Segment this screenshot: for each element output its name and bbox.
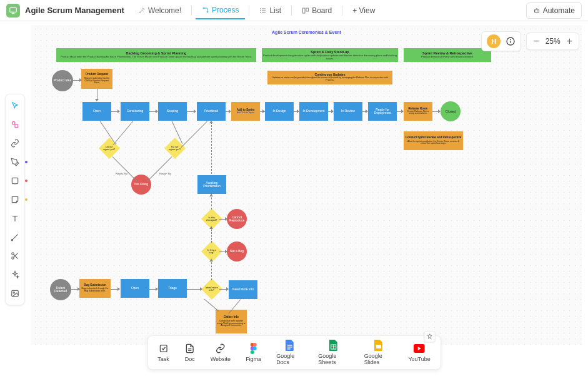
tab-add-view[interactable]: + View [346, 3, 381, 19]
tool-connector[interactable] [7, 230, 22, 245]
avatar[interactable]: H [487, 34, 501, 48]
arrow-head-icon [366, 109, 368, 113]
header-sprint[interactable]: Sprint & Daily Stand-up Product developm… [262, 48, 398, 62]
link-icon [215, 343, 226, 354]
tool-link[interactable] [7, 136, 22, 151]
arrow-head-icon [297, 109, 299, 113]
node-open[interactable]: Open [82, 102, 111, 121]
svg-rect-40 [287, 345, 292, 346]
tab-list[interactable]: List [253, 3, 287, 19]
bottom-item-task[interactable]: Task [157, 343, 169, 362]
tool-pen[interactable] [7, 155, 22, 170]
automate-button[interactable]: Automate [526, 3, 582, 19]
tool-ai[interactable] [7, 267, 22, 282]
svg-rect-12 [306, 8, 309, 11]
bottom-label: Doc [185, 356, 195, 362]
node-product-idea[interactable]: Product Idea [52, 70, 73, 91]
tool-note[interactable] [7, 192, 22, 207]
tool-text[interactable] [7, 211, 22, 226]
node-sub: Updates on status can be provided throug… [269, 77, 391, 82]
bottom-item-website[interactable]: Website [211, 343, 231, 362]
node-in-review[interactable]: In Review [334, 102, 362, 121]
node-product-request[interactable]: Product Request Request submitted via th… [81, 69, 112, 89]
bottom-item-figma[interactable]: Figma [246, 343, 261, 362]
node-prioritized[interactable]: Prioritized [197, 102, 226, 121]
arrow-head-icon [95, 99, 99, 101]
decision-label: Is this a bug? [206, 249, 218, 255]
zoom-out-button[interactable]: − [533, 36, 539, 47]
arrow-head-icon [77, 287, 80, 291]
tool-shapes[interactable] [7, 117, 22, 132]
svg-point-26 [12, 253, 14, 255]
node-add-to-sprint[interactable]: Add to Sprint Add Task to Sprint [231, 102, 260, 121]
node-gather-info[interactable]: Gather Info Collaborate with reporter us… [216, 310, 247, 333]
arrow-head-icon [117, 287, 120, 291]
bottom-item-gslides[interactable]: Google Slides [364, 340, 394, 365]
node-ready-for-deployment[interactable]: Ready for Deployment [368, 102, 397, 121]
node-triage[interactable]: Triage [158, 279, 187, 298]
list-icon [259, 7, 267, 14]
tab-label: Welcome! [148, 6, 181, 15]
arrow [211, 122, 212, 174]
task-icon [158, 343, 169, 354]
node-sub: Add Task to Sprint [237, 112, 254, 114]
node-closed[interactable]: Closed [441, 101, 461, 121]
tab-label: Board [312, 6, 332, 15]
node-release-notes[interactable]: Release Notes Create Release Notes using… [404, 102, 432, 121]
node-sub: Request submitted via the ClickUp Produc… [82, 76, 111, 85]
bottom-item-doc[interactable]: Doc [184, 343, 196, 362]
node-cannot-reproduce[interactable]: Cannot Reproduce [227, 209, 247, 229]
node-continuous-updates[interactable]: Continuous Updates Updates on status can… [267, 71, 392, 84]
zoom-in-button[interactable]: + [567, 36, 572, 47]
arrow-head-icon [156, 287, 158, 291]
node-bug-submission[interactable]: Bug Submission Bugs submitted through th… [79, 279, 111, 298]
tab-welcome[interactable]: Welcome! [132, 3, 187, 19]
node-considering[interactable]: Considering [121, 102, 149, 121]
separator [249, 6, 249, 16]
tool-image[interactable] [7, 286, 22, 301]
svg-point-4 [207, 11, 208, 13]
arrow-head-icon [194, 109, 196, 113]
app-title: Agile Scrum Management [25, 6, 124, 15]
node-in-design[interactable]: In Design [265, 102, 294, 121]
header-review[interactable]: Sprint Review & Retrospective Product de… [404, 48, 491, 62]
node-defect-detected[interactable]: Defect Detected [50, 279, 71, 300]
header-sub: Product Ideas enter the Product Backlog … [61, 55, 252, 58]
avatar-group: H [481, 31, 521, 51]
header-backlog[interactable]: Backlog Grooming & Sprint Planning Produ… [56, 48, 256, 62]
arrow-head-icon [209, 259, 213, 262]
node-conduct-review[interactable]: Conduct Sprint Review and Retrospective … [404, 131, 463, 150]
tool-rect[interactable] [7, 173, 22, 188]
node-need-more-info[interactable]: Need More Info [229, 280, 257, 299]
svg-point-15 [537, 11, 538, 11]
tab-process[interactable]: Process [196, 2, 245, 19]
bottom-label: YouTube [408, 356, 430, 362]
tool-scissors[interactable] [7, 248, 22, 263]
bottom-item-youtube[interactable]: YouTube [408, 343, 430, 362]
zoom-control: − 25% + [526, 33, 579, 50]
node-sub: After the sprint completes, the Scrum Te… [405, 140, 462, 146]
node-triage-open[interactable]: Open [121, 279, 149, 298]
decision-agree-right[interactable]: Do we agree yet? [164, 138, 186, 159]
pin-button[interactable] [424, 331, 436, 342]
whiteboard-canvas[interactable]: Agile Scrum Ceremonies & Event Backlog G… [31, 25, 582, 345]
info-icon[interactable] [506, 36, 516, 46]
tab-board[interactable]: Board [296, 3, 338, 19]
decision-label: Do we agree yet? [169, 146, 181, 151]
node-not-a-bug[interactable]: Not a Bug [227, 241, 247, 262]
separator [291, 6, 292, 16]
svg-point-20 [12, 121, 15, 124]
node-scoping[interactable]: Scoping [158, 102, 187, 121]
node-in-development[interactable]: In Development [299, 102, 328, 121]
bottom-label: Website [211, 356, 231, 362]
figma-icon [248, 343, 259, 354]
tool-cursor[interactable] [7, 98, 22, 113]
separator [342, 6, 342, 16]
node-awaiting[interactable]: Awaiting Prioritization [197, 175, 226, 194]
arrow [211, 259, 212, 280]
bottom-item-gdocs[interactable]: Google Docs [276, 340, 303, 365]
top-right-controls: H − 25% + [481, 31, 579, 51]
bottom-item-gsheets[interactable]: Google Sheets [318, 340, 349, 365]
arrow-head-icon [262, 109, 265, 113]
svg-rect-41 [287, 347, 292, 348]
